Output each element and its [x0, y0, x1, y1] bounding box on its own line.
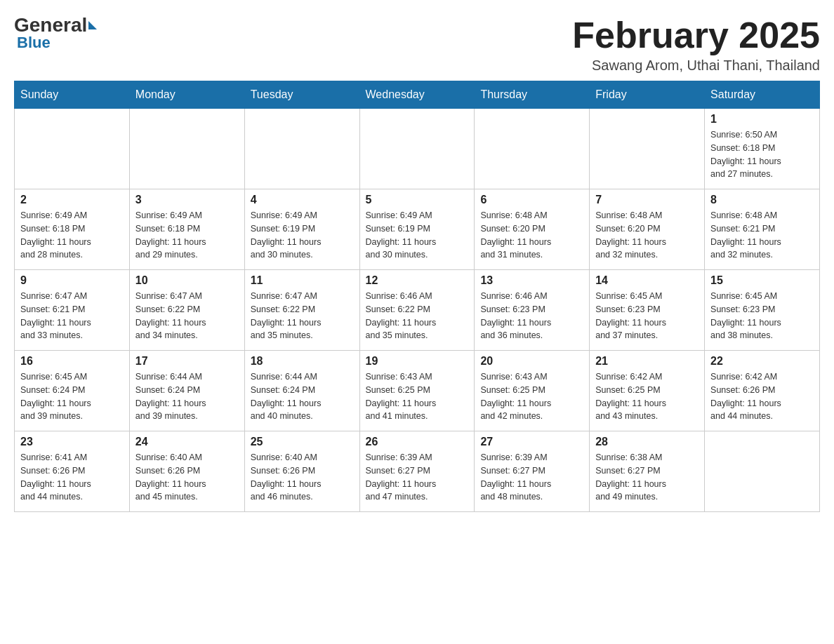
day-info: Sunrise: 6:48 AM Sunset: 6:20 PM Dayligh…: [480, 209, 583, 262]
page-header: General Blue February 2025 Sawang Arom, …: [14, 14, 820, 74]
weekday-header-monday: Monday: [129, 81, 244, 109]
calendar-cell: 20Sunrise: 6:43 AM Sunset: 6:25 PM Dayli…: [475, 351, 590, 431]
day-info: Sunrise: 6:49 AM Sunset: 6:18 PM Dayligh…: [135, 209, 239, 262]
calendar-cell: 9Sunrise: 6:47 AM Sunset: 6:21 PM Daylig…: [15, 270, 130, 351]
day-info: Sunrise: 6:39 AM Sunset: 6:27 PM Dayligh…: [480, 451, 583, 504]
calendar-cell: [705, 431, 820, 512]
calendar-cell: [590, 109, 705, 189]
day-number: 6: [480, 194, 583, 206]
day-info: Sunrise: 6:40 AM Sunset: 6:26 PM Dayligh…: [251, 451, 354, 504]
week-row-2: 2Sunrise: 6:49 AM Sunset: 6:18 PM Daylig…: [15, 189, 820, 270]
day-number: 20: [480, 355, 583, 368]
week-row-5: 23Sunrise: 6:41 AM Sunset: 6:26 PM Dayli…: [15, 431, 820, 512]
weekday-header-wednesday: Wednesday: [359, 81, 475, 109]
day-number: 8: [710, 194, 814, 206]
calendar-cell: 11Sunrise: 6:47 AM Sunset: 6:22 PM Dayli…: [244, 270, 359, 351]
day-number: 13: [480, 274, 583, 287]
calendar-cell: 16Sunrise: 6:45 AM Sunset: 6:24 PM Dayli…: [15, 351, 130, 431]
day-info: Sunrise: 6:47 AM Sunset: 6:22 PM Dayligh…: [251, 290, 354, 342]
day-info: Sunrise: 6:44 AM Sunset: 6:24 PM Dayligh…: [251, 370, 354, 423]
weekday-header-sunday: Sunday: [15, 81, 130, 109]
week-row-4: 16Sunrise: 6:45 AM Sunset: 6:24 PM Dayli…: [15, 351, 820, 431]
day-number: 16: [20, 355, 124, 368]
calendar-cell: 21Sunrise: 6:42 AM Sunset: 6:25 PM Dayli…: [590, 351, 705, 431]
weekday-header-tuesday: Tuesday: [244, 81, 359, 109]
day-info: Sunrise: 6:45 AM Sunset: 6:23 PM Dayligh…: [710, 290, 814, 342]
day-info: Sunrise: 6:48 AM Sunset: 6:20 PM Dayligh…: [595, 209, 699, 262]
day-info: Sunrise: 6:47 AM Sunset: 6:22 PM Dayligh…: [135, 290, 239, 342]
calendar-cell: 1Sunrise: 6:50 AM Sunset: 6:18 PM Daylig…: [705, 109, 820, 189]
day-info: Sunrise: 6:44 AM Sunset: 6:24 PM Dayligh…: [135, 370, 239, 423]
day-number: 7: [595, 194, 699, 206]
calendar-cell: [475, 109, 590, 189]
month-title: February 2025: [572, 14, 820, 56]
day-info: Sunrise: 6:39 AM Sunset: 6:27 PM Dayligh…: [366, 451, 469, 504]
day-number: 11: [251, 274, 354, 287]
day-info: Sunrise: 6:41 AM Sunset: 6:26 PM Dayligh…: [20, 451, 124, 504]
calendar-cell: 28Sunrise: 6:38 AM Sunset: 6:27 PM Dayli…: [590, 431, 705, 512]
calendar-cell: [359, 109, 475, 189]
day-number: 14: [595, 274, 699, 287]
day-number: 19: [366, 355, 469, 368]
title-area: February 2025 Sawang Arom, Uthai Thani, …: [572, 14, 820, 74]
calendar-cell: 22Sunrise: 6:42 AM Sunset: 6:26 PM Dayli…: [705, 351, 820, 431]
logo: General Blue: [14, 14, 98, 52]
day-info: Sunrise: 6:48 AM Sunset: 6:21 PM Dayligh…: [710, 209, 814, 262]
day-number: 26: [366, 436, 469, 448]
weekday-header-row: SundayMondayTuesdayWednesdayThursdayFrid…: [15, 81, 820, 109]
day-number: 21: [595, 355, 699, 368]
weekday-header-saturday: Saturday: [705, 81, 820, 109]
calendar-cell: 12Sunrise: 6:46 AM Sunset: 6:22 PM Dayli…: [359, 270, 475, 351]
day-info: Sunrise: 6:43 AM Sunset: 6:25 PM Dayligh…: [480, 370, 583, 423]
calendar-cell: 5Sunrise: 6:49 AM Sunset: 6:19 PM Daylig…: [359, 189, 475, 270]
week-row-3: 9Sunrise: 6:47 AM Sunset: 6:21 PM Daylig…: [15, 270, 820, 351]
day-info: Sunrise: 6:42 AM Sunset: 6:26 PM Dayligh…: [710, 370, 814, 423]
day-number: 25: [251, 436, 354, 448]
day-number: 12: [366, 274, 469, 287]
day-number: 22: [710, 355, 814, 368]
day-info: Sunrise: 6:49 AM Sunset: 6:19 PM Dayligh…: [366, 209, 469, 262]
calendar-cell: 6Sunrise: 6:48 AM Sunset: 6:20 PM Daylig…: [475, 189, 590, 270]
day-number: 27: [480, 436, 583, 448]
calendar-cell: 2Sunrise: 6:49 AM Sunset: 6:18 PM Daylig…: [15, 189, 130, 270]
calendar-cell: [15, 109, 130, 189]
day-number: 1: [710, 113, 814, 126]
day-info: Sunrise: 6:45 AM Sunset: 6:24 PM Dayligh…: [20, 370, 124, 423]
day-info: Sunrise: 6:43 AM Sunset: 6:25 PM Dayligh…: [366, 370, 469, 423]
day-info: Sunrise: 6:38 AM Sunset: 6:27 PM Dayligh…: [595, 451, 699, 504]
calendar-cell: 27Sunrise: 6:39 AM Sunset: 6:27 PM Dayli…: [475, 431, 590, 512]
weekday-header-thursday: Thursday: [475, 81, 590, 109]
day-info: Sunrise: 6:50 AM Sunset: 6:18 PM Dayligh…: [710, 128, 814, 181]
calendar-cell: 23Sunrise: 6:41 AM Sunset: 6:26 PM Dayli…: [15, 431, 130, 512]
day-info: Sunrise: 6:45 AM Sunset: 6:23 PM Dayligh…: [595, 290, 699, 342]
day-number: 9: [20, 274, 124, 287]
day-info: Sunrise: 6:42 AM Sunset: 6:25 PM Dayligh…: [595, 370, 699, 423]
day-info: Sunrise: 6:49 AM Sunset: 6:18 PM Dayligh…: [20, 209, 124, 262]
day-number: 17: [135, 355, 239, 368]
calendar-cell: [129, 109, 244, 189]
day-number: 4: [251, 194, 354, 206]
day-number: 24: [135, 436, 239, 448]
calendar-cell: 26Sunrise: 6:39 AM Sunset: 6:27 PM Dayli…: [359, 431, 475, 512]
day-number: 2: [20, 194, 124, 206]
calendar-cell: 14Sunrise: 6:45 AM Sunset: 6:23 PM Dayli…: [590, 270, 705, 351]
day-number: 15: [710, 274, 814, 287]
day-info: Sunrise: 6:46 AM Sunset: 6:22 PM Dayligh…: [366, 290, 469, 342]
day-info: Sunrise: 6:49 AM Sunset: 6:19 PM Dayligh…: [251, 209, 354, 262]
day-number: 23: [20, 436, 124, 448]
calendar-cell: 7Sunrise: 6:48 AM Sunset: 6:20 PM Daylig…: [590, 189, 705, 270]
day-number: 28: [595, 436, 699, 448]
calendar-cell: 3Sunrise: 6:49 AM Sunset: 6:18 PM Daylig…: [129, 189, 244, 270]
logo-blue-text: Blue: [17, 34, 51, 52]
day-number: 5: [366, 194, 469, 206]
day-number: 3: [135, 194, 239, 206]
day-info: Sunrise: 6:46 AM Sunset: 6:23 PM Dayligh…: [480, 290, 583, 342]
calendar-cell: 13Sunrise: 6:46 AM Sunset: 6:23 PM Dayli…: [475, 270, 590, 351]
calendar-cell: 10Sunrise: 6:47 AM Sunset: 6:22 PM Dayli…: [129, 270, 244, 351]
calendar-cell: 8Sunrise: 6:48 AM Sunset: 6:21 PM Daylig…: [705, 189, 820, 270]
day-info: Sunrise: 6:40 AM Sunset: 6:26 PM Dayligh…: [135, 451, 239, 504]
logo-arrow-icon: [88, 21, 97, 29]
day-number: 10: [135, 274, 239, 287]
weekday-header-friday: Friday: [590, 81, 705, 109]
calendar-cell: [244, 109, 359, 189]
